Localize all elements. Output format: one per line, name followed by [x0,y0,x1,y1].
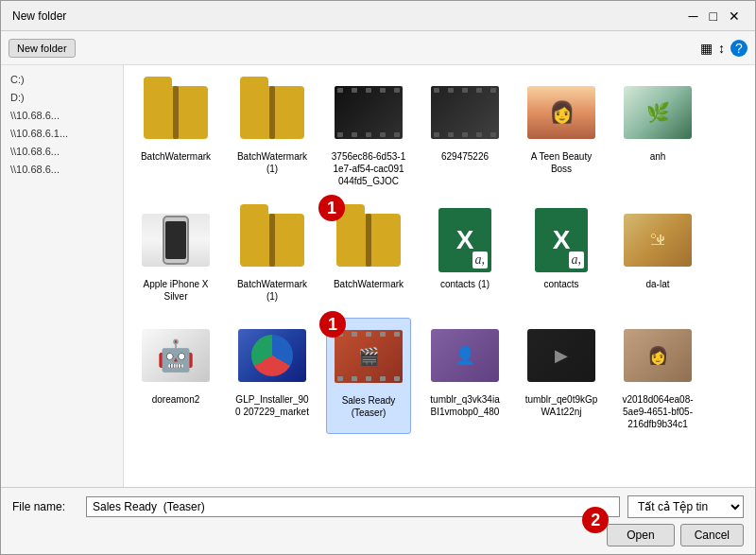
list-item[interactable]: BatchWatermark (1) [230,75,315,191]
file-name: tumblr_q3vk34ia BI1vmobp0_480 [426,393,504,418]
dialog-title: New folder [12,9,66,23]
list-item[interactable]: a, contacts (1) [422,202,507,306]
title-bar: New folder ─ □ ✕ [1,1,755,31]
sidebar-item-c-drive[interactable]: C:) [1,71,123,88]
file-area: BatchWatermark BatchWatermark (1) [124,65,755,487]
file-grid: BatchWatermark BatchWatermark (1) [133,75,746,434]
file-name: BatchWatermark [141,150,211,163]
sidebar-item-network2[interactable]: \\10.68.6.1... [1,125,123,142]
sidebar: C:) D:) \\10.68.6... \\10.68.6.1... \\10… [1,65,124,487]
file-thumbnail: 🏜 [624,206,692,274]
file-name: 629475226 [441,150,489,163]
file-name: contacts [543,278,578,290]
file-name: doreamon2 [152,393,200,406]
sidebar-item-network1[interactable]: \\10.68.6... [1,107,123,124]
file-thumbnail: ▶ [527,321,595,390]
list-item[interactable]: 1 BatchWatermark [326,202,411,306]
list-item[interactable]: 🌿 anh [615,75,700,191]
file-thumbnail: 🌿 [624,78,692,147]
list-item[interactable]: GLP_Installer_900 207229_market [230,318,315,434]
sidebar-item-network4[interactable]: \\10.68.6... [1,161,123,178]
filename-label: File name: [12,500,78,513]
minimize-icon[interactable]: ─ [685,9,702,24]
new-folder-button[interactable]: New folder [9,39,76,58]
view-icon[interactable]: ▦ [700,41,713,56]
file-name: Apple iPhone X Silver [137,278,215,303]
list-item[interactable]: a, contacts [519,202,604,306]
file-thumbnail: 👤 [431,321,499,390]
toolbar: New folder ▦ ↕ ? [1,31,755,65]
actions-row: 2 Open Cancel [12,524,744,546]
main-area: C:) D:) \\10.68.6... \\10.68.6.1... \\10… [1,65,755,487]
file-name: da-lat [645,278,669,290]
title-bar-buttons: ─ □ ✕ [685,9,744,24]
maximize-icon[interactable]: □ [706,9,721,24]
help-icon[interactable]: ? [730,40,747,57]
sidebar-item-network3[interactable]: \\10.68.6... [1,143,123,160]
filename-row: File name: Tất cả Tệp tin [12,495,744,518]
list-item[interactable]: BatchWatermark [133,75,218,191]
open-button[interactable]: Open [607,524,674,546]
file-name: BatchWatermark (1) [233,278,311,303]
sort-icon[interactable]: ↕ [718,41,725,56]
file-thumbnail: 👩 [624,321,692,390]
file-name: A Teen Beauty Boss [523,150,600,175]
file-name: BatchWatermark [334,278,404,290]
file-thumbnail [238,78,306,147]
sidebar-item-d-drive[interactable]: D:) [1,89,123,106]
file-thumbnail: 👩 [527,78,595,147]
file-thumbnail: 🎬 [335,322,403,390]
file-thumbnail [335,206,403,274]
badge-1-selected: 1 [319,311,346,338]
list-item[interactable]: Apple iPhone X Silver [133,202,218,306]
list-item[interactable]: 👤 tumblr_q3vk34ia BI1vmobp0_480 [422,318,507,434]
list-item[interactable]: 1 🎬 Sales Ready (Teaser) [326,318,411,434]
file-thumbnail [142,206,210,274]
list-item[interactable]: 👩 A Teen Beauty Boss [519,75,604,191]
list-item[interactable]: 👩 v2018d064ea08- 5ae9-4651-bf05- 216dfb9… [615,318,700,434]
list-item[interactable]: 3756ec86-6d53-1 1e7-af54-cac091 044fd5_G… [326,75,411,191]
file-thumbnail [142,78,210,147]
file-name: 3756ec86-6d53-1 1e7-af54-cac091 044fd5_G… [330,150,407,187]
file-thumbnail: a, [527,206,595,274]
file-name: GLP_Installer_900 207229_market [233,393,311,418]
file-name: BatchWatermark (1) [233,150,311,175]
file-thumbnail [238,321,306,390]
bottom-bar: File name: Tất cả Tệp tin 2 Open Cancel [1,487,755,554]
cancel-button[interactable]: Cancel [680,524,744,546]
filetype-select[interactable]: Tất cả Tệp tin [627,495,744,518]
file-name: anh [650,150,666,163]
list-item[interactable]: ▶ tumblr_qe0t9kGp WA1t22nj [519,318,604,434]
list-item[interactable]: 629475226 [422,75,507,191]
file-thumbnail: 🤖 [142,321,210,390]
badge-1: 1 [318,195,345,221]
file-name: tumblr_qe0t9kGp WA1t22nj [523,393,600,418]
list-item[interactable]: 🤖 doreamon2 [133,318,218,434]
close-icon[interactable]: ✕ [725,9,744,24]
list-item[interactable]: BatchWatermark (1) [230,202,315,306]
file-thumbnail [335,78,403,147]
filename-input[interactable] [86,496,620,517]
file-name: Sales Ready (Teaser) [331,394,406,419]
list-item[interactable]: 🏜 da-lat [615,202,700,306]
file-thumbnail [431,78,499,147]
file-thumbnail [238,206,306,274]
file-thumbnail: a, [431,206,499,274]
file-name: contacts (1) [440,278,490,290]
file-name: v2018d064ea08- 5ae9-4651-bf05- 216dfb9b3… [619,393,696,430]
open-file-dialog: New folder ─ □ ✕ New folder ▦ ↕ ? C:) D:… [0,0,756,555]
